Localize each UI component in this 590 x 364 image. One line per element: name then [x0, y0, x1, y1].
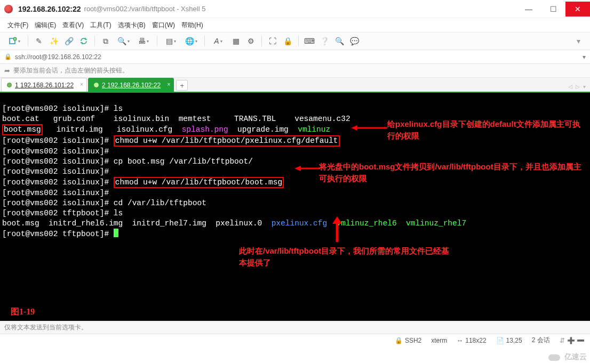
term-line: [root@vms002 isolinux]# chmod u+w /var/l…: [2, 178, 284, 187]
tab-session-2[interactable]: 2 192.168.26.102:22 ×: [88, 78, 174, 92]
maximize-button[interactable]: ☐: [541, 2, 565, 17]
window-title-path: root@vms002:/var/lib/tftpboot - Xshell 5: [84, 5, 206, 13]
status-position: 📄 13,25: [496, 337, 522, 344]
term-line: [root@vms002 tftpboot]#: [2, 230, 118, 238]
cursor: [114, 229, 118, 237]
highlight-box: chmod u+w /var/lib/tftpboot/pxelinux.cfg…: [114, 135, 340, 147]
window-title-ip: 192.168.26.102:22: [18, 5, 81, 13]
address-url[interactable]: ssh://root@192.168.26.102:22: [15, 53, 579, 61]
svg-marker-5: [294, 166, 301, 171]
annotation-text-2: 将光盘中的boot.msg文件拷贝到/var/lib/tftpboot目录下，并…: [319, 161, 586, 184]
status-bar: 🔒 SSH2 xterm ↔ 118x22 📄 13,25 2 会话 ⇵ ➕ ➖: [0, 334, 590, 346]
copy-icon[interactable]: ⧉: [99, 35, 112, 47]
term-line: boot.msg initrd.img isolinux.cfg splash.…: [2, 125, 330, 134]
menubar: 文件(F) 编辑(E) 查看(V) 工具(T) 选项卡(B) 窗口(W) 帮助(…: [0, 18, 590, 32]
close-button[interactable]: ✕: [565, 2, 590, 17]
watermark: 亿速云: [547, 352, 587, 362]
highlight-box: chmod u+w /var/lib/tftpboot/boot.msg: [114, 177, 284, 188]
gear-icon[interactable]: ⚙: [244, 35, 257, 47]
cloud-icon: [547, 352, 562, 362]
refresh-icon[interactable]: [77, 35, 90, 47]
highlighter-icon[interactable]: ✎: [33, 35, 45, 47]
chat-icon[interactable]: 💬: [348, 35, 361, 47]
annotation-arrow-2: [294, 165, 321, 172]
annotation-text-3: 此时在/var/lib/tftpboot目录下，我们所需的常用文件已经基本提供了: [239, 245, 452, 269]
term-line: [root@vms002 isolinux]# cp boot.msg /var…: [2, 157, 253, 166]
separator: [204, 36, 205, 46]
app-icon: [4, 5, 13, 13]
wand-icon[interactable]: ✨: [47, 35, 60, 47]
lock-icon[interactable]: 🔒: [281, 35, 294, 47]
font-icon[interactable]: A: [209, 35, 227, 47]
term-line: [root@vms002 isolinux]# ls: [2, 104, 123, 113]
terminal[interactable]: [root@vms002 isolinux]# ls boot.cat grub…: [0, 93, 590, 321]
hint-text: 要添加当前会话，点击左侧的箭头按钮。: [13, 66, 129, 75]
status-termtype: xterm: [431, 337, 447, 344]
status-nav[interactable]: ⇵ ➕ ➖: [560, 337, 585, 344]
titlebar: 192.168.26.102:22 root@vms002:/var/lib/t…: [0, 0, 590, 18]
status-hint-text: 仅将文本发送到当前选项卡。: [4, 323, 87, 332]
ssl-lock-icon: 🔒: [4, 53, 12, 60]
highlight-box: boot.msg: [2, 124, 43, 135]
svg-marker-3: [351, 125, 357, 131]
palette-icon[interactable]: ▦: [229, 35, 242, 47]
separator: [298, 36, 299, 46]
status-hint: 仅将文本发送到当前选项卡。: [0, 321, 590, 334]
tab-list-icon[interactable]: ▾: [583, 84, 586, 90]
status-dot-icon: [94, 83, 99, 87]
menu-tools[interactable]: 工具(T): [90, 21, 111, 30]
fullscreen-icon[interactable]: ⛶: [266, 35, 279, 47]
minimize-button[interactable]: —: [516, 2, 541, 17]
menu-edit[interactable]: 编辑(E): [35, 21, 56, 30]
menu-tabs[interactable]: 选项卡(B): [118, 21, 146, 30]
tab-prev-icon[interactable]: ◁: [568, 84, 572, 90]
tab-close-icon[interactable]: ×: [167, 82, 170, 87]
term-line: [root@vms002 isolinux]# chmod u+w /var/l…: [2, 136, 340, 145]
add-session-arrow-icon[interactable]: ➦: [4, 67, 10, 75]
layout-icon[interactable]: ▤: [162, 35, 180, 47]
window-controls: — ☐ ✕: [516, 2, 590, 17]
tab-add-button[interactable]: +: [176, 80, 188, 91]
menu-window[interactable]: 窗口(W): [152, 21, 175, 30]
figure-label: 图1-19: [11, 306, 35, 317]
status-sessions: 2 会话: [532, 336, 550, 345]
print-icon[interactable]: 🖶: [134, 35, 153, 47]
term-line: boot.cat grub.conf isolinux.bin memtest …: [2, 115, 350, 123]
annotation-arrow-3: [330, 216, 345, 243]
term-line: [root@vms002 isolinux]#: [2, 167, 114, 176]
separator: [28, 36, 28, 46]
separator: [157, 36, 157, 46]
tab-next-icon[interactable]: ▷: [576, 84, 580, 90]
status-dot-icon: [7, 83, 12, 87]
search-icon[interactable]: 🔍: [114, 35, 132, 47]
annotation-text-1: 给pxelinux.cfg目录下创建的default文件添加属主可执行的权限: [387, 118, 585, 142]
status-protocol: 🔒 SSH2: [395, 337, 421, 344]
term-line: boot.msg initrd_rhel6.img initrd_rhel7.i…: [2, 219, 466, 228]
new-session-button[interactable]: [5, 35, 23, 47]
hint-bar: ➦ 要添加当前会话，点击左侧的箭头按钮。: [0, 64, 590, 78]
keyboard-icon[interactable]: ⌨: [303, 35, 316, 47]
search2-icon[interactable]: 🔍: [333, 35, 346, 47]
watermark-text: 亿速云: [564, 352, 587, 362]
term-line: [root@vms002 isolinux]# cd /var/lib/tftp…: [2, 199, 206, 207]
menu-view[interactable]: 查看(V): [62, 21, 84, 30]
tab-label: 1 192.168.26.101:22: [15, 82, 74, 89]
address-bar: 🔒 ssh://root@192.168.26.102:22 ▾: [0, 50, 590, 64]
tab-close-icon[interactable]: ×: [80, 82, 83, 87]
status-size: ↔ 118x22: [457, 337, 486, 344]
address-dropdown-icon[interactable]: ▾: [583, 53, 586, 61]
help-icon[interactable]: ❔: [318, 35, 331, 47]
link-icon[interactable]: 🔗: [62, 35, 75, 47]
tab-session-1[interactable]: 1 192.168.26.101:22 ×: [1, 78, 87, 92]
term-line: [root@vms002 tftpboot]# ls: [2, 209, 123, 217]
annotation-arrow-1: [351, 125, 388, 131]
separator: [94, 36, 95, 46]
globe-icon[interactable]: 🌐: [182, 35, 200, 47]
menu-help[interactable]: 帮助(H): [181, 21, 203, 30]
menu-file[interactable]: 文件(F): [7, 21, 28, 30]
separator: [261, 36, 262, 46]
term-line: [root@vms002 isolinux]#: [2, 189, 114, 197]
toolbar-overflow[interactable]: ▾: [572, 35, 585, 47]
svg-marker-7: [332, 216, 342, 224]
tab-nav: ◁ ▷ ▾: [568, 84, 586, 90]
